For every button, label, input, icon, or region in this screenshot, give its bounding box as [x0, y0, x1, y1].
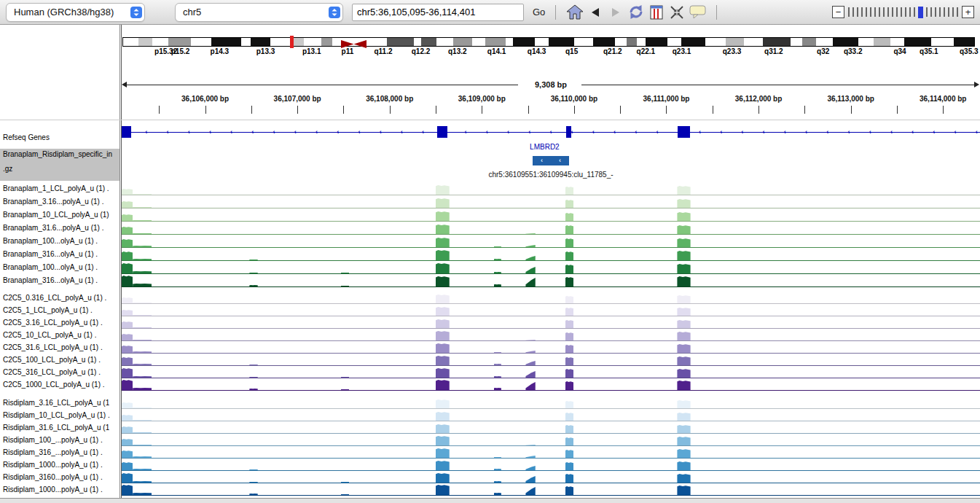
forward-button[interactable]: [605, 3, 626, 22]
sidebar-item-track[interactable]: Branaplam_100...olyA_u (1) .: [3, 263, 98, 271]
coverage-track-row[interactable]: [122, 409, 980, 421]
coverage-track-row[interactable]: [122, 248, 980, 261]
sidebar-item-track[interactable]: C2C5_316_LCL_polyA_u (1) .: [3, 368, 101, 376]
coverage-track-row[interactable]: [122, 378, 980, 391]
coverage-track-row[interactable]: [122, 446, 980, 459]
coverage-track-row[interactable]: [122, 459, 980, 471]
panel-splitter[interactable]: [0, 498, 980, 503]
coverage-track-row[interactable]: [122, 421, 980, 434]
sidebar-item-track[interactable]: C2C5_1_LCL_polyA_u (1) .: [3, 306, 93, 314]
sidebar-item-track[interactable]: Branaplam_31.6...polyA_u (1) .: [3, 224, 103, 232]
zoom-tick[interactable]: [939, 7, 941, 17]
sidebar-item-track[interactable]: C2C5_10_LCL_polyA_u (1) .: [3, 331, 96, 339]
zoom-tick[interactable]: [909, 7, 911, 17]
zoom-tick[interactable]: [905, 7, 906, 17]
chromosome-ideogram[interactable]: [122, 37, 975, 47]
sidebar-item-track[interactable]: Risdiplam_1000...polyA_u (1) .: [3, 486, 103, 494]
coverage-track-row[interactable]: [122, 208, 980, 222]
sidebar-item-track[interactable]: C2C5_0.316_LCL_polyA_u (1) .: [3, 294, 106, 302]
coverage-track-row[interactable]: [122, 483, 980, 496]
fit-to-window-button[interactable]: [667, 3, 687, 22]
sidebar-item-track[interactable]: Risdiplam_10_LCL_polyA_u (1) .: [3, 411, 110, 419]
sidebar-item-track[interactable]: Branaplam_3.16...polyA_u (1) .: [3, 198, 103, 206]
gene-exon[interactable]: [678, 126, 690, 138]
coverage-track-row[interactable]: [122, 397, 980, 409]
coverage-track-row[interactable]: [122, 274, 980, 287]
sidebar-item-track[interactable]: C2C5_3.16_LCL_polyA_u (1) .: [3, 319, 103, 327]
coverage-track-row[interactable]: [122, 235, 980, 248]
back-button[interactable]: [585, 3, 605, 22]
coverage-track-row[interactable]: [122, 182, 980, 195]
zoom-in-button[interactable]: +: [962, 6, 974, 18]
zoom-tick[interactable]: [896, 7, 898, 17]
genome-select[interactable]: Human (GRCh38/hg38): [6, 3, 145, 22]
zoom-tick[interactable]: [866, 7, 867, 17]
coverage-peak: [677, 238, 690, 247]
zoom-tick[interactable]: [926, 7, 928, 17]
sidebar-item-track[interactable]: Risdiplam_1000...polyA_u (1) .: [3, 461, 103, 469]
zoom-tick[interactable]: [952, 7, 954, 17]
zoom-tick[interactable]: [870, 7, 871, 17]
coverage-track-row[interactable]: [122, 471, 980, 483]
zoom-tick[interactable]: [848, 7, 850, 17]
zoom-tick[interactable]: [861, 7, 863, 17]
zoom-tick[interactable]: [874, 7, 876, 17]
sidebar-item-track[interactable]: Risdiplam_3.16_LCL_polyA_u (1: [3, 399, 109, 407]
coverage-track-row[interactable]: [122, 366, 980, 378]
sidebar-item-track[interactable]: C2C5_1000_LCL_polyA_u (1) .: [3, 381, 105, 389]
coverage-peak: [436, 238, 450, 247]
zoom-tick[interactable]: [883, 7, 885, 17]
sidebar-item-track[interactable]: C2C5_31.6_LCL_polyA_u (1) .: [3, 343, 103, 351]
sidebar-item-track[interactable]: Branaplam_316...olyA_u (1) .: [3, 250, 98, 258]
sidebar-item-track[interactable]: Risdiplam_100_...polyA_u (1) .: [3, 436, 103, 444]
chromosome-select[interactable]: chr5: [175, 3, 343, 22]
sidebar-item-track[interactable]: Risdiplam_316_...polyA_u (1) .: [3, 448, 103, 456]
coverage-track-row[interactable]: [122, 354, 980, 366]
sidebar-item-track[interactable]: Risdiplam_3160...polyA_u (1) .: [3, 473, 103, 481]
ideogram-band: [152, 38, 168, 46]
zoom-out-button[interactable]: −: [832, 6, 844, 18]
junction-feature-bar[interactable]: ‹‹: [533, 156, 569, 165]
gene-exon[interactable]: [122, 126, 131, 138]
zoom-tick[interactable]: [879, 7, 880, 17]
tooltip-button[interactable]: [687, 3, 707, 22]
refresh-button[interactable]: [626, 3, 646, 22]
zoom-tick[interactable]: [892, 7, 893, 17]
coverage-track-row[interactable]: [122, 434, 980, 446]
zoom-tick[interactable]: [944, 7, 945, 17]
zoom-tick[interactable]: [887, 7, 889, 17]
region-tool-button[interactable]: [646, 3, 667, 22]
sidebar-item-track[interactable]: Risdiplam_31.6_LCL_polyA_u (1: [3, 424, 109, 432]
zoom-tick[interactable]: [901, 7, 902, 17]
zoom-tick[interactable]: [914, 7, 915, 17]
coverage-track-row[interactable]: [122, 222, 980, 235]
coverage-track-row[interactable]: [122, 316, 980, 329]
zoom-tick[interactable]: [957, 7, 958, 17]
zoom-level-indicator[interactable]: [918, 7, 923, 18]
coverage-track-row[interactable]: [122, 329, 980, 341]
coverage-track-row[interactable]: [122, 195, 980, 208]
go-button[interactable]: Go: [530, 7, 548, 17]
zoom-tick[interactable]: [948, 7, 949, 17]
locus-input[interactable]: [352, 4, 524, 21]
coverage-peak: [133, 456, 152, 458]
sidebar-item-track[interactable]: C2C5_100_LCL_polyA_u (1) .: [3, 356, 101, 364]
ruler-arrow-right: [974, 82, 979, 87]
sidebar-item-refseq-genes[interactable]: Refseq Genes: [3, 133, 50, 141]
zoom-ticks[interactable]: [847, 7, 960, 18]
zoom-tick[interactable]: [930, 7, 932, 17]
coverage-track-row[interactable]: [122, 292, 980, 304]
gene-exon[interactable]: [437, 126, 447, 138]
gene-exon[interactable]: [566, 126, 571, 138]
coverage-track-row[interactable]: [122, 304, 980, 316]
zoom-tick[interactable]: [852, 7, 854, 17]
zoom-tick[interactable]: [935, 7, 936, 17]
sidebar-item-track[interactable]: Branaplam_316...olyA_u (1) .: [3, 276, 98, 284]
coverage-track-row[interactable]: [122, 341, 980, 354]
sidebar-item-track[interactable]: Branaplam_1_LCL_polyA_u (1) .: [3, 184, 109, 192]
sidebar-item-track[interactable]: Branaplam_10_LCL_polyA_u (1): [3, 211, 109, 219]
sidebar-item-track[interactable]: Branaplam_100...olyA_u (1) .: [3, 237, 98, 245]
coverage-track-row[interactable]: [122, 261, 980, 274]
zoom-tick[interactable]: [857, 7, 858, 17]
home-button[interactable]: [565, 3, 585, 22]
